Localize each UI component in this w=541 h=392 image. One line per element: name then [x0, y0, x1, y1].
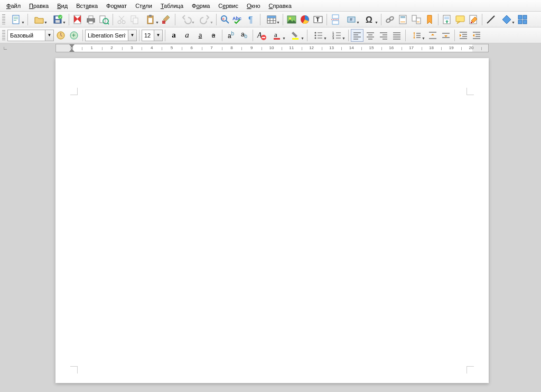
- paragraph-style-combo[interactable]: ▼: [7, 30, 54, 41]
- menu-tools[interactable]: Сервис: [214, 2, 242, 10]
- track-changes-button[interactable]: [467, 13, 480, 26]
- insert-field-button[interactable]: # ▼: [342, 13, 360, 26]
- bullet-list-button[interactable]: ▼: [310, 29, 328, 42]
- find-replace-button[interactable]: α: [219, 13, 231, 26]
- svg-rect-3: [14, 20, 16, 21]
- menu-format[interactable]: Формат: [102, 2, 131, 10]
- menu-table[interactable]: Таблица: [156, 2, 188, 10]
- font-size-input[interactable]: [142, 30, 154, 41]
- font-name-input[interactable]: [86, 30, 128, 41]
- pagebreak-icon: [330, 14, 341, 25]
- page-margin-mark: [467, 366, 474, 374]
- align-center-button[interactable]: [364, 29, 377, 42]
- spellcheck-button[interactable]: Abc: [232, 13, 245, 26]
- dropdown-icon[interactable]: ▼: [45, 30, 53, 41]
- number-list-button[interactable]: 123 ▼: [328, 29, 346, 42]
- align-left-button[interactable]: [351, 29, 363, 42]
- draw-line-button[interactable]: [484, 13, 497, 26]
- copy-button[interactable]: [128, 13, 141, 26]
- font-name-combo[interactable]: ▼: [85, 30, 137, 41]
- svg-text:3: 3: [332, 36, 334, 40]
- paste-button[interactable]: ▼: [142, 13, 160, 26]
- redo-button[interactable]: ▼: [196, 13, 214, 26]
- undo-button[interactable]: ▼: [178, 13, 195, 26]
- new-doc-button[interactable]: ▼: [7, 13, 25, 26]
- clearfmt-icon: A: [256, 30, 267, 41]
- textbox-icon: T: [313, 14, 323, 25]
- show-draw-functions-button[interactable]: [516, 13, 529, 26]
- justify-button[interactable]: [390, 29, 403, 42]
- menu-edit[interactable]: Правка: [25, 2, 53, 10]
- basic-shapes-button[interactable]: ▼: [498, 13, 516, 26]
- print-preview-button[interactable]: [98, 13, 110, 26]
- cut-button[interactable]: [115, 13, 128, 26]
- menu-view[interactable]: Вид: [53, 2, 72, 10]
- clone-format-button[interactable]: [160, 13, 173, 26]
- update-style-button[interactable]: [54, 29, 67, 42]
- clear-formatting-button[interactable]: A: [255, 29, 268, 42]
- page[interactable]: [55, 58, 489, 383]
- strikethrough-button[interactable]: a: [207, 29, 220, 42]
- toolbar-handle-2[interactable]: [2, 30, 5, 41]
- menu-help[interactable]: Справка: [265, 2, 296, 10]
- hyperlink-button[interactable]: [384, 13, 396, 26]
- menu-file[interactable]: ФФайлайл: [2, 2, 25, 10]
- toolbar-handle[interactable]: [2, 14, 5, 25]
- italic-button[interactable]: a: [181, 29, 193, 42]
- ruler-number: 12: [309, 45, 314, 50]
- underline-button[interactable]: a: [194, 29, 207, 42]
- highlight-button[interactable]: ▼: [287, 29, 305, 42]
- bullets-icon: [313, 30, 324, 41]
- menu-styles[interactable]: Стили: [131, 2, 156, 10]
- export-pdf-button[interactable]: [71, 13, 84, 26]
- ruler-number: 8: [230, 45, 232, 50]
- increase-indent-button[interactable]: [457, 29, 470, 42]
- svg-rect-2: [14, 18, 18, 19]
- save-button[interactable]: ✓ ▼: [49, 13, 67, 26]
- decrease-indent-button[interactable]: [470, 29, 483, 42]
- dropdown-icon[interactable]: ▼: [128, 30, 136, 41]
- aligncenter-icon: [365, 30, 376, 41]
- formatting-marks-button[interactable]: ¶: [245, 13, 258, 26]
- menu-form[interactable]: Форма: [188, 2, 214, 10]
- svg-point-77: [315, 32, 316, 33]
- font-color-button[interactable]: a ▼: [268, 29, 286, 42]
- insert-textbox-button[interactable]: T: [312, 13, 324, 26]
- new-style-button[interactable]: +: [68, 29, 80, 42]
- paraspup-icon: [427, 30, 438, 41]
- subscript-button[interactable]: ab: [238, 29, 250, 42]
- insert-table-button[interactable]: ▼: [263, 13, 281, 26]
- special-char-button[interactable]: Ω ▼: [361, 13, 379, 26]
- svg-rect-65: [523, 15, 527, 19]
- page-break-button[interactable]: [329, 13, 342, 26]
- svg-text:¶: ¶: [248, 15, 253, 24]
- menu-window[interactable]: Окно: [242, 2, 265, 10]
- align-right-button[interactable]: [377, 29, 390, 42]
- comment-button[interactable]: [454, 13, 467, 26]
- menu-insert[interactable]: Вставка: [72, 2, 102, 10]
- horizontal-ruler[interactable]: 01234567891011121314151617181920: [55, 44, 489, 52]
- endnote-button[interactable]: [410, 13, 423, 26]
- line-spacing-button[interactable]: ▼: [408, 29, 426, 42]
- footnote-button[interactable]: [397, 13, 409, 26]
- cross-reference-button[interactable]: [441, 13, 453, 26]
- paragraph-style-input[interactable]: [8, 30, 45, 41]
- para-space-decrease-button[interactable]: [440, 29, 452, 42]
- para-space-increase-button[interactable]: [426, 29, 439, 42]
- dropdown-icon[interactable]: ▼: [154, 30, 162, 41]
- omega-icon: Ω: [365, 14, 375, 25]
- open-button[interactable]: ▼: [30, 13, 48, 26]
- field-icon: #: [346, 14, 357, 25]
- copy-icon: [129, 14, 140, 25]
- font-size-combo[interactable]: ▼: [142, 30, 163, 41]
- svg-line-19: [119, 16, 123, 21]
- bold-button[interactable]: a: [167, 29, 180, 42]
- insert-image-button[interactable]: [285, 13, 298, 26]
- insert-chart-button[interactable]: [299, 13, 311, 26]
- print-button[interactable]: [85, 13, 97, 26]
- ruler-number: 6: [191, 45, 193, 50]
- pdf-icon: [72, 14, 83, 25]
- superscript-button[interactable]: ab: [225, 29, 237, 42]
- svg-rect-56: [417, 22, 419, 22]
- bookmark-button[interactable]: [423, 13, 436, 26]
